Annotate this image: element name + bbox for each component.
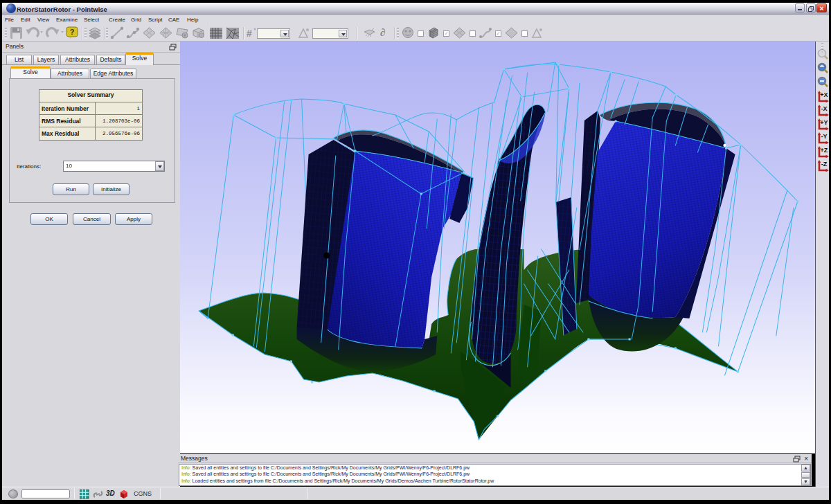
svg-text:?: ?	[70, 28, 75, 36]
svg-text:-Z: -Z	[821, 161, 828, 168]
svg-text:+X: +X	[820, 91, 828, 98]
svg-text:-Y: -Y	[821, 133, 828, 140]
svg-text:#: #	[247, 28, 252, 39]
svg-text:-X: -X	[821, 105, 828, 112]
svg-text:+Z: +Z	[821, 147, 828, 154]
svg-text:+Y: +Y	[820, 119, 828, 126]
